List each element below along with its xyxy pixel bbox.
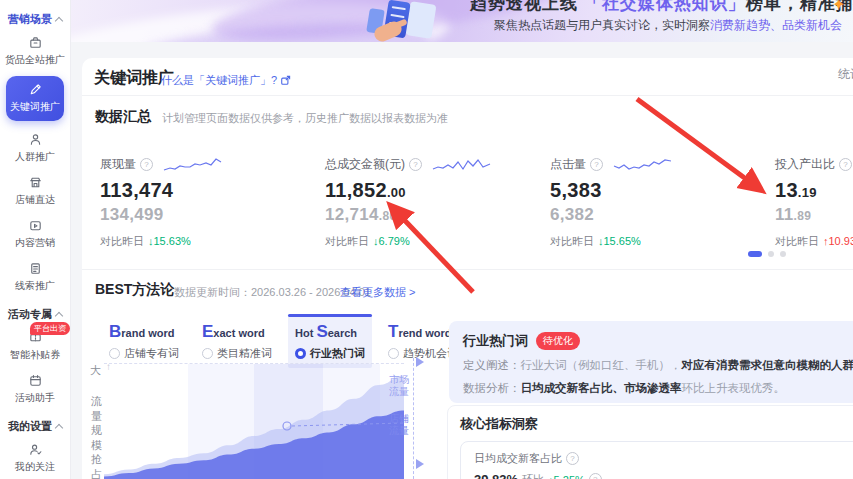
- hot-words-title: 行业热门词: [463, 332, 528, 350]
- radio-icon[interactable]: [109, 348, 120, 359]
- help-icon[interactable]: ?: [589, 473, 602, 479]
- top-right-clipped-text[interactable]: 统计: [838, 66, 853, 83]
- sparkle-icon: ✦: [832, 0, 845, 14]
- main-panel: 关键词推广 什么是「关键词推广」? 统计 数据汇总 计划管理页面数据仅供参考，历…: [82, 58, 853, 479]
- sidebar-item-audience-promo[interactable]: 人群推广: [4, 130, 66, 166]
- delta-value: ↓6.79%: [373, 235, 410, 247]
- carousel-dot[interactable]: [780, 251, 786, 257]
- metric-value: 5,383: [550, 179, 765, 202]
- carousel-dot-active[interactable]: [748, 251, 762, 257]
- core-metric-value: 39.83%: [474, 472, 518, 479]
- core-metrics-title: 核心指标洞察: [460, 415, 853, 433]
- what-is-link[interactable]: 什么是「关键词推广」?: [161, 73, 291, 88]
- sparkline: [613, 157, 673, 173]
- metric-compare: 对比昨日↑10.93%: [775, 234, 853, 249]
- summary-note: 计划管理页面数据仅供参考，历史推广数据以报表数据为准: [162, 111, 448, 126]
- metric-prev-value: 6,382: [550, 205, 765, 225]
- definition-line: 定义阐述：行业大词（例如口红、手机），对应有消费需求但意向模糊的人群，拉新效果显…: [463, 358, 853, 373]
- view-more-link[interactable]: 查看更多数据 >: [340, 285, 415, 300]
- delta-value: ↑10.93%: [823, 235, 853, 247]
- chevron-up-icon: [55, 423, 63, 431]
- metric-value: 113,474: [100, 179, 315, 202]
- help-icon[interactable]: ?: [566, 452, 579, 465]
- sparkline: [432, 157, 492, 173]
- radio-icon[interactable]: [388, 348, 399, 359]
- sidebar-item-label: 我的关注: [4, 460, 66, 474]
- metric-clicks: 点击量? 5,383 6,382 对比昨日↓15.65%: [550, 156, 765, 249]
- sidebar-item-label: 店铺直达: [4, 193, 66, 207]
- radio-icon[interactable]: [295, 348, 306, 359]
- data-analysis-line: 数据分析：日均成交新客占比、市场渗透率环比上升表现优秀。: [463, 381, 853, 396]
- chevron-up-icon: [55, 16, 63, 24]
- sidebar-item-label: 人群推广: [4, 150, 66, 164]
- sidebar-section-my-settings[interactable]: 我的设置: [0, 419, 70, 434]
- leads-promo-icon: [4, 261, 66, 277]
- sidebar-item-leads-promo[interactable]: 线索推广: [4, 259, 66, 295]
- metric-label: 展现量: [100, 156, 136, 173]
- metric-gmv: 总成交金额(元)? 11,852.00 12,714.80 对比昨日↓6.79%: [325, 156, 540, 249]
- shop-traffic-label: 店铺流量: [389, 413, 413, 437]
- core-metrics-card: 核心指标洞察 日均成交新客占比? 39.83% 环比 ↓5.25% ? 同行同层…: [447, 405, 853, 479]
- sidebar-section-marketing-scenes[interactable]: 营销场景: [0, 12, 70, 27]
- sidebar: 营销场景货品全站推广关键词推广人群推广店铺直达内容营销线索推广活动专属平台出资智…: [0, 0, 71, 479]
- ring-delta: ↓5.25%: [548, 474, 585, 479]
- arrow-right-icon: [416, 357, 429, 367]
- shop-direct-icon: [4, 175, 66, 191]
- sparkline: [163, 157, 223, 173]
- banner-title: 趋势透视上线 「社交媒体热知识」榜单，精准捕捉: [470, 0, 853, 15]
- help-icon[interactable]: ?: [590, 158, 603, 171]
- delta-value: ↓15.63%: [148, 235, 191, 247]
- help-icon[interactable]: ?: [409, 158, 422, 171]
- divider: [82, 269, 853, 270]
- sidebar-item-keyword-promo[interactable]: 关键词推广: [6, 76, 64, 121]
- carousel-dots: [748, 251, 786, 257]
- metric-value: 13.19: [775, 179, 853, 202]
- help-icon[interactable]: ?: [839, 158, 852, 171]
- metric-prev-value: 134,499: [100, 205, 315, 225]
- sidebar-section-activity-exclusive[interactable]: 活动专属: [0, 307, 70, 322]
- promo-banner[interactable]: 趋势透视上线 「社交媒体热知识」榜单，精准捕捉 聚焦热点话题与用户真实讨论，实时…: [70, 0, 853, 42]
- sidebar-item-shop-direct[interactable]: 店铺直达: [4, 173, 66, 209]
- activity-assistant-icon: [4, 373, 66, 389]
- help-icon[interactable]: ?: [140, 158, 153, 171]
- sidebar-item-content-marketing[interactable]: 内容营销: [4, 216, 66, 252]
- sidebar-item-label: 关键词推广: [6, 100, 64, 114]
- tab-hot-search[interactable]: Hot Search 行业热门词: [288, 314, 372, 368]
- status-badge: 待优化: [536, 332, 580, 350]
- my-follow-icon: [4, 442, 66, 458]
- metric-value: 11,852.00: [325, 179, 540, 202]
- metric-prev-value: 11.89: [775, 205, 853, 225]
- sidebar-item-my-follow[interactable]: 我的关注: [4, 440, 66, 476]
- sidebar-item-activity-assistant[interactable]: 活动助手: [4, 371, 66, 407]
- metric-compare: 对比昨日↓6.79%: [325, 234, 540, 249]
- tab-exact-word[interactable]: Exact word 类目精准词: [195, 314, 279, 368]
- dashed-guide-line: [413, 358, 414, 479]
- best-section-title: BEST方法论: [95, 281, 174, 299]
- metric-label: 点击量: [550, 156, 586, 173]
- sidebar-item-product-allsite-promo[interactable]: 货品全站推广: [4, 33, 66, 69]
- product-allsite-promo-icon: [4, 35, 66, 51]
- y-axis-label: 流量规模抢占: [91, 394, 103, 479]
- chevron-up-icon: [55, 311, 63, 319]
- best-tabs: Brand word 店铺专有词 Exact word 类目精准词 Hot Se…: [102, 314, 465, 368]
- summary-section-title: 数据汇总: [95, 108, 151, 126]
- banner-illustration: [352, 0, 452, 42]
- external-link-icon: [280, 75, 291, 86]
- hot-words-card: 行业热门词 待优化 定义阐述：行业大词（例如口红、手机），对应有消费需求但意向模…: [449, 321, 853, 403]
- sidebar-item-label: 活动助手: [4, 391, 66, 405]
- keyword-promo-icon: [6, 82, 64, 98]
- metric-label: 投入产出比: [775, 156, 835, 173]
- delta-value: ↓15.65%: [598, 235, 641, 247]
- radio-icon[interactable]: [202, 348, 213, 359]
- sidebar-item-label: 智能补贴券: [4, 348, 66, 362]
- core-metric-box: 日均成交新客占比? 39.83% 环比 ↓5.25% ? 同行同层均值: 34.…: [460, 441, 853, 479]
- metric-roi: 投入产出比? 13.19 11.89 对比昨日↑10.93%: [775, 156, 853, 249]
- sidebar-item-label: 线索推广: [4, 279, 66, 293]
- carousel-dot[interactable]: [768, 251, 774, 257]
- platform-funded-badge: 平台出资: [30, 322, 70, 335]
- tab-brand-word[interactable]: Brand word 店铺专有词: [102, 314, 186, 368]
- metric-compare: 对比昨日↓15.65%: [550, 234, 765, 249]
- metric-impressions: 展现量? 113,474 134,499 对比昨日↓15.63%: [100, 156, 315, 249]
- sidebar-item-smart-coupon[interactable]: 平台出资智能补贴券: [4, 328, 66, 364]
- metric-prev-value: 12,714.80: [325, 205, 540, 225]
